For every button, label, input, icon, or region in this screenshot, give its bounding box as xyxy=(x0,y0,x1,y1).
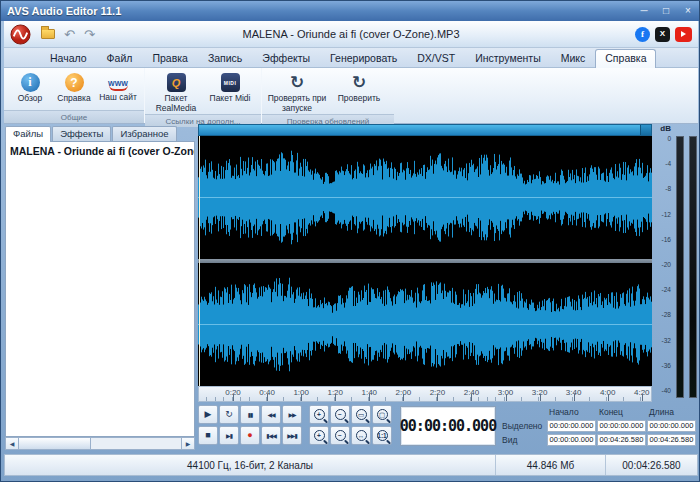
zoom-out-button[interactable]: − xyxy=(330,405,350,424)
ribbon-group-general: i Обзор ? Справка WWW Наш сайт Общие xyxy=(4,68,144,123)
magnifier-icon: − xyxy=(335,430,346,441)
waveform-channel-right[interactable] xyxy=(198,263,652,386)
ribbon-tab-Файл[interactable]: Файл xyxy=(97,49,143,67)
db-scale-label: -40 xyxy=(662,387,671,394)
seek-bar[interactable] xyxy=(198,124,652,136)
scroll-right-icon[interactable]: ▶ xyxy=(181,438,194,449)
sidebar-tab-strip: ФайлыЭффектыИзбранное xyxy=(5,124,195,141)
ribbon-tab-DX/VST[interactable]: DX/VST xyxy=(407,49,465,67)
waveform-display[interactable] xyxy=(198,136,652,386)
overview-button[interactable]: i Обзор xyxy=(8,71,52,104)
db-scale-label: -8 xyxy=(665,185,671,192)
waveform-channel-left[interactable] xyxy=(198,136,652,259)
db-scale-label: -4 xyxy=(665,160,671,167)
db-scale-label: -20 xyxy=(662,261,671,268)
play-looped-button[interactable]: ↻ xyxy=(219,405,239,424)
realmedia-pack-button[interactable]: Q Пакет RealMedia xyxy=(149,71,203,114)
zoom-one-to-one-button[interactable]: 1:1 xyxy=(372,426,392,445)
midi-icon: MIDI xyxy=(221,73,240,92)
zoom-full-button[interactable]: ▢ xyxy=(372,405,392,424)
sidebar-tab-Эффекты[interactable]: Эффекты xyxy=(52,126,111,141)
file-list: MALENA - Oriunde ai fi (cover O-Zone).MP… xyxy=(5,141,195,437)
timeline-ruler[interactable]: 0:200:401:001:201:402:002:202:403:003:20… xyxy=(198,386,652,402)
db-scale-label: -12 xyxy=(662,211,671,218)
play-button[interactable]: ▶ xyxy=(198,405,218,424)
minimize-button[interactable]: ─ xyxy=(637,4,651,18)
level-meter-right xyxy=(689,136,697,398)
selection-row-label: Выделено xyxy=(502,421,546,431)
fast-forward-button[interactable]: ▶▶ xyxy=(282,405,302,424)
db-scale: dB 0-4-8-12-16-20-24-28-32-36-40 xyxy=(654,124,672,402)
scrollbar-thumb[interactable] xyxy=(19,438,91,449)
ribbon-tab-Инструменты[interactable]: Инструменты xyxy=(465,49,550,67)
sidebar-tab-Избранное[interactable]: Избранное xyxy=(112,126,176,141)
go-to-end-button[interactable]: ▶▶▮ xyxy=(282,426,302,445)
ribbon-tab-Начало[interactable]: Начало xyxy=(40,49,97,67)
scroll-left-icon[interactable]: ◀ xyxy=(6,438,19,449)
maximize-button[interactable]: □ xyxy=(659,4,673,18)
refresh-icon: ↻ xyxy=(350,73,369,92)
ribbon-tab-Эффекты[interactable]: Эффекты xyxy=(252,49,320,67)
main-area: ФайлыЭффектыИзбранное MALENA - Oriunde a… xyxy=(4,124,698,450)
stop-button[interactable]: ■ xyxy=(198,426,218,445)
ribbon-tab-Справка[interactable]: Справка xyxy=(595,49,656,68)
transport-panel: ▶↻▮▮◀◀▶▶+−▭▢ ■▶▮●▮◀◀▶▶▮+−↔1:1 00:00:00.0… xyxy=(198,405,698,448)
time-display: 00:00:00.000 xyxy=(400,406,496,446)
zoom-in-button[interactable]: + xyxy=(309,405,329,424)
facebook-icon[interactable]: f xyxy=(635,27,650,42)
rewind-button[interactable]: ◀◀ xyxy=(261,405,281,424)
playback-cursor[interactable] xyxy=(199,136,200,386)
view-row-label: Вид xyxy=(502,435,546,445)
ribbon-tab-Запись[interactable]: Запись xyxy=(198,49,252,67)
zoom-selection-button[interactable]: ▭ xyxy=(351,405,371,424)
toolbar: ↶ ↷ MALENA - Oriunde ai fi (cover O-Zone… xyxy=(4,21,698,48)
view-end-value: 00:04:26.580 xyxy=(597,434,646,446)
zoom-horizontal-button[interactable]: ↔ xyxy=(351,426,371,445)
vertical-zoom-out-button[interactable]: − xyxy=(330,426,350,445)
midi-pack-button[interactable]: MIDI Пакет Midi xyxy=(203,71,257,104)
play-triangle-icon xyxy=(681,31,686,37)
check-now-button[interactable]: ↻ Проверить xyxy=(328,71,390,104)
our-site-button[interactable]: WWW Наш сайт xyxy=(96,71,140,103)
status-bar: 44100 Гц, 16-бит, 2 Каналы 44.846 Мб 00:… xyxy=(4,454,698,476)
db-scale-label: -28 xyxy=(662,311,671,318)
ribbon-tab-Генерировать[interactable]: Генерировать xyxy=(320,49,407,67)
avs-logo-icon xyxy=(10,24,31,45)
vertical-zoom-in-button[interactable]: + xyxy=(309,426,329,445)
sidebar-tab-Файлы[interactable]: Файлы xyxy=(5,126,51,142)
www-icon: WWW xyxy=(109,77,128,91)
pause-button[interactable]: ▮▮ xyxy=(240,405,260,424)
play-pause-button[interactable]: ▶▮ xyxy=(219,426,239,445)
db-scale-label: -36 xyxy=(662,362,671,369)
waveform-zone: 0:200:401:001:201:402:002:202:403:003:20… xyxy=(198,124,698,450)
window-title: AVS Audio Editor 11.1 xyxy=(7,5,121,17)
status-file-size: 44.846 Мб xyxy=(495,455,605,475)
undo-icon[interactable]: ↶ xyxy=(64,28,75,41)
app-window: AVS Audio Editor 11.1 ─ □ × ↶ ↷ MALENA -… xyxy=(0,0,700,482)
file-list-item[interactable]: MALENA - Oriunde ai fi (cover O-Zone).MP… xyxy=(6,142,194,160)
record-button[interactable]: ● xyxy=(240,426,260,445)
ribbon-tab-Микс[interactable]: Микс xyxy=(551,49,596,67)
status-duration: 00:04:26.580 xyxy=(605,455,697,475)
help-button[interactable]: ? Справка xyxy=(52,71,96,104)
seek-bar-handle[interactable] xyxy=(640,125,651,135)
check-on-startup-button[interactable]: ↻ Проверять при запуске xyxy=(266,71,328,114)
redo-icon[interactable]: ↷ xyxy=(84,28,95,41)
selection-info: Начало Конец Длина Выделено 00:00:00.000… xyxy=(502,405,698,446)
close-button[interactable]: × xyxy=(681,4,695,18)
col-header-length: Длина xyxy=(647,407,696,417)
view-length-value: 00:04:26.580 xyxy=(647,434,696,446)
info-icon: i xyxy=(21,73,40,92)
x-icon[interactable]: X xyxy=(655,27,670,42)
title-bar[interactable]: AVS Audio Editor 11.1 ─ □ × xyxy=(1,1,700,21)
realmedia-icon: Q xyxy=(167,73,186,92)
ribbon: i Обзор ? Справка WWW Наш сайт Общие Q П… xyxy=(4,67,698,124)
sidebar-hscrollbar[interactable]: ◀ ▶ xyxy=(5,437,195,450)
go-to-start-button[interactable]: ▮◀◀ xyxy=(261,426,281,445)
ribbon-group-links: Q Пакет RealMedia MIDI Пакет Midi Ссылки… xyxy=(145,68,261,123)
ribbon-tab-Правка[interactable]: Правка xyxy=(142,49,197,67)
open-folder-icon[interactable] xyxy=(41,29,55,39)
transport-row-1: ▶↻▮▮◀◀▶▶+−▭▢ xyxy=(198,405,392,424)
magnifier-icon: ↔ xyxy=(356,430,367,441)
youtube-icon[interactable] xyxy=(675,27,692,42)
